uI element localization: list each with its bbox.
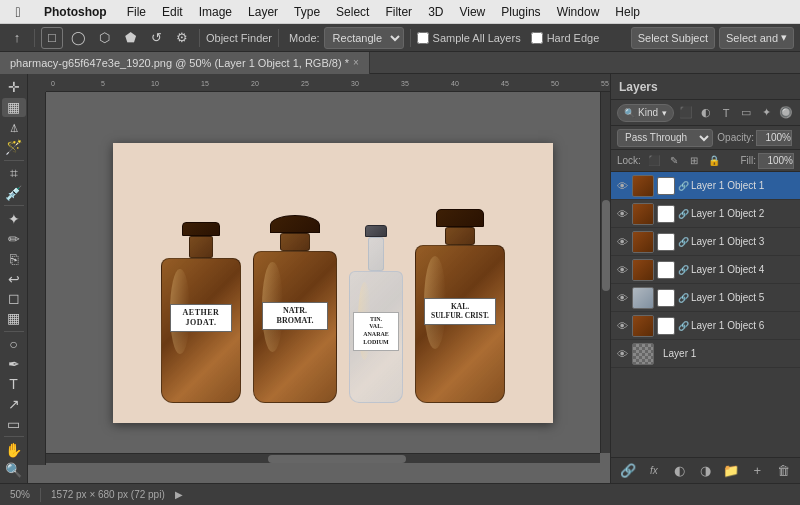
toolbar-move-tool[interactable]: ↑ <box>6 27 28 49</box>
layers-shape-filter[interactable]: ▭ <box>738 105 754 121</box>
layers-filter-toggle[interactable]: 🔘 <box>778 105 794 121</box>
layer-eye-5[interactable]: 👁 <box>615 291 629 305</box>
v-scroll-thumb[interactable] <box>602 200 610 290</box>
toolbar-poly-btn[interactable]: ⬟ <box>119 27 141 49</box>
bottle-1: AETHERJODAT. <box>161 222 241 403</box>
path-selection-tool[interactable]: ↗ <box>2 394 26 413</box>
menu-select[interactable]: Select <box>328 5 377 19</box>
layers-type-filter[interactable]: T <box>718 105 734 121</box>
layer-row[interactable]: 👁 🔗 Layer 1 Object 3 <box>611 228 800 256</box>
menu-layer[interactable]: Layer <box>240 5 286 19</box>
magic-wand-tool[interactable]: 🪄 <box>2 138 26 157</box>
menu-file[interactable]: File <box>119 5 154 19</box>
toolbar-mode-label: Mode: <box>289 32 320 44</box>
layers-folder-button[interactable]: 📁 <box>722 462 740 480</box>
toolbar-settings-btn[interactable]: ⚙ <box>171 27 193 49</box>
layers-smart-filter[interactable]: ✦ <box>758 105 774 121</box>
layers-fx-button[interactable]: fx <box>645 462 663 480</box>
history-tool[interactable]: ↩ <box>2 269 26 288</box>
layer-row[interactable]: 👁 🔗 Layer 1 Object 1 <box>611 172 800 200</box>
layers-kind-selector[interactable]: 🔍 Kind ▾ <box>617 104 674 122</box>
crop-tool[interactable]: ⌗ <box>2 164 26 183</box>
svg-text:20: 20 <box>251 80 259 87</box>
menu-window[interactable]: Window <box>549 5 608 19</box>
tab-close-button[interactable]: × <box>353 57 359 68</box>
lasso-tool[interactable]: ⍋ <box>2 118 26 137</box>
tools-panel: ✛ ▦ ⍋ 🪄 ⌗ 💉 ✦ ✏ ⎘ ↩ ◻ ▦ ○ ✒ T ↗ ▭ ✋ 🔍 <box>0 74 28 483</box>
layer-eye-2[interactable]: 👁 <box>615 207 629 221</box>
toolbar-refresh-btn[interactable]: ↺ <box>145 27 167 49</box>
menu-edit[interactable]: Edit <box>154 5 191 19</box>
select-tool[interactable]: ▦ <box>2 98 26 117</box>
layer-eye-6[interactable]: 👁 <box>615 319 629 333</box>
v-scrollbar[interactable] <box>600 92 610 453</box>
document-tab[interactable]: pharmacy-g65f647e3e_1920.png @ 50% (Laye… <box>0 52 370 74</box>
layers-pixel-filter[interactable]: ⬛ <box>678 105 694 121</box>
type-tool[interactable]: T <box>2 375 26 394</box>
select-and-button[interactable]: Select and ▾ <box>719 27 794 49</box>
layer-thumb-1 <box>632 175 654 197</box>
status-arrow[interactable]: ▶ <box>175 489 183 500</box>
layer-thumb-2 <box>632 203 654 225</box>
h-scroll-thumb[interactable] <box>268 455 407 463</box>
layers-adjustment-button[interactable]: ◑ <box>697 462 715 480</box>
layer-row[interactable]: 👁 🔗 Layer 1 Object 4 <box>611 256 800 284</box>
layer-eye-1[interactable]: 👁 <box>615 179 629 193</box>
lock-artboards-btn[interactable]: ⊞ <box>687 154 701 168</box>
select-subject-button[interactable]: Select Subject <box>631 27 715 49</box>
opacity-input[interactable] <box>756 130 792 146</box>
sample-all-layers-checkbox[interactable] <box>417 32 429 44</box>
toolbar-ellipse-btn[interactable]: ◯ <box>67 27 89 49</box>
fill-input[interactable] <box>758 153 794 169</box>
toolbar-lasso-btn[interactable]: ⬡ <box>93 27 115 49</box>
clone-tool[interactable]: ⎘ <box>2 249 26 268</box>
layer-eye-4[interactable]: 👁 <box>615 263 629 277</box>
gradient-tool[interactable]: ▦ <box>2 309 26 328</box>
h-scrollbar[interactable] <box>46 453 600 463</box>
menu-filter[interactable]: Filter <box>377 5 420 19</box>
apple-menu[interactable]:  <box>0 4 36 20</box>
lock-all-btn[interactable]: 🔒 <box>707 154 721 168</box>
toolbar-mode-select[interactable]: Rectangle <box>324 27 404 49</box>
zoom-tool[interactable]: 🔍 <box>2 460 26 479</box>
dodge-tool[interactable]: ○ <box>2 335 26 354</box>
app-name[interactable]: Photoshop <box>36 5 115 19</box>
layer-row[interactable]: 👁 🔗 Layer 1 Object 2 <box>611 200 800 228</box>
layer-row[interactable]: 👁 🔗 Layer 1 Object 6 <box>611 312 800 340</box>
layer-row-base[interactable]: 👁 Layer 1 <box>611 340 800 368</box>
menu-help[interactable]: Help <box>607 5 648 19</box>
layers-mask-button[interactable]: ◐ <box>671 462 689 480</box>
menu-plugins[interactable]: Plugins <box>493 5 548 19</box>
lock-pixels-btn[interactable]: ⬛ <box>647 154 661 168</box>
heal-tool[interactable]: ✦ <box>2 209 26 228</box>
lock-position-btn[interactable]: ✎ <box>667 154 681 168</box>
lock-label: Lock: <box>617 155 641 166</box>
layers-link-icon[interactable]: 🔗 <box>619 462 637 480</box>
layers-adjustment-filter[interactable]: ◐ <box>698 105 714 121</box>
toolbar-rect-btn[interactable]: □ <box>41 27 63 49</box>
layer-eye-7[interactable]: 👁 <box>615 347 629 361</box>
layer-name-2: Layer 1 Object 2 <box>691 208 796 219</box>
eyedropper-tool[interactable]: 💉 <box>2 183 26 202</box>
canvas-area[interactable]: 0 5 10 15 20 25 30 35 40 45 50 55 60 65 … <box>28 74 610 483</box>
eraser-tool[interactable]: ◻ <box>2 289 26 308</box>
hard-edge-checkbox[interactable] <box>531 32 543 44</box>
layer-eye-3[interactable]: 👁 <box>615 235 629 249</box>
zoom-display[interactable]: 50% <box>10 489 30 500</box>
menu-image[interactable]: Image <box>191 5 240 19</box>
tool-divider-3 <box>4 331 24 332</box>
layers-blend-mode-select[interactable]: Pass Through <box>617 129 713 147</box>
layers-new-layer-button[interactable]: + <box>748 462 766 480</box>
layers-delete-button[interactable]: 🗑 <box>774 462 792 480</box>
menu-type[interactable]: Type <box>286 5 328 19</box>
move-tool[interactable]: ✛ <box>2 78 26 97</box>
menu-3d[interactable]: 3D <box>420 5 451 19</box>
layer-row[interactable]: 👁 🔗 Layer 1 Object 5 <box>611 284 800 312</box>
brush-tool[interactable]: ✏ <box>2 229 26 248</box>
pen-tool[interactable]: ✒ <box>2 355 26 374</box>
layers-search-row: 🔍 Kind ▾ ⬛ ◐ T ▭ ✦ 🔘 <box>611 100 800 126</box>
layer-link-1: 🔗 <box>678 181 688 191</box>
shape-tool[interactable]: ▭ <box>2 414 26 433</box>
menu-view[interactable]: View <box>451 5 493 19</box>
hand-tool[interactable]: ✋ <box>2 440 26 459</box>
